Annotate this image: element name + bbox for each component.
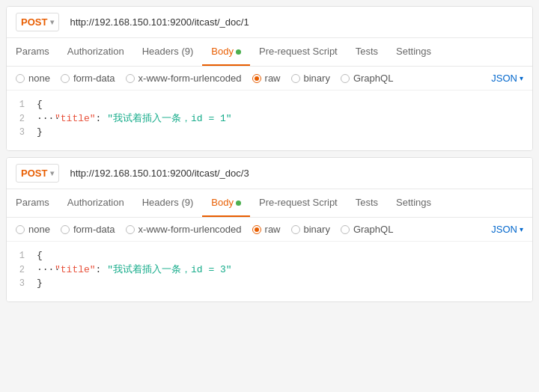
radio-indicator xyxy=(291,74,300,83)
method-selector[interactable]: POST ▾ xyxy=(16,164,59,183)
tab-settings[interactable]: Settings xyxy=(387,38,440,66)
code-line: 2 ····"title": "我试着插入一条，id = 3" xyxy=(7,262,532,277)
code-line: 2 ····"title": "我试着插入一条，id = 1" xyxy=(7,111,532,126)
body-option-GraphQL[interactable]: GraphQL xyxy=(341,224,393,235)
body-option-raw[interactable]: raw xyxy=(252,73,281,84)
line-number: 1 xyxy=(7,251,37,261)
option-label: x-www-form-urlencoded xyxy=(138,73,242,84)
tab-headers-9[interactable]: Headers (9) xyxy=(133,189,203,217)
line-content: ····"title": "我试着插入一条，id = 3" xyxy=(37,263,532,276)
option-label: binary xyxy=(304,73,330,84)
tab-body[interactable]: Body xyxy=(202,189,250,217)
option-label: none xyxy=(28,224,50,235)
request-panel: POST ▾ ParamsAuthorizationHeaders (9)Bod… xyxy=(6,6,533,151)
tabs-bar: ParamsAuthorizationHeaders (9)BodyPre-re… xyxy=(7,189,532,218)
option-label: GraphQL xyxy=(353,73,393,84)
tab-settings[interactable]: Settings xyxy=(387,189,440,217)
radio-indicator xyxy=(61,74,70,83)
body-option-binary[interactable]: binary xyxy=(291,224,330,235)
tab-tests[interactable]: Tests xyxy=(347,189,387,217)
url-input[interactable] xyxy=(65,13,523,31)
json-type-selector[interactable]: JSON ▾ xyxy=(491,73,523,84)
line-number: 3 xyxy=(7,127,37,138)
line-content: } xyxy=(37,126,532,138)
json-chevron-icon: ▾ xyxy=(520,225,523,233)
json-label: JSON xyxy=(491,224,517,235)
tab-params[interactable]: Params xyxy=(16,38,58,66)
body-option-binary[interactable]: binary xyxy=(291,73,330,84)
code-line: 3 } xyxy=(7,277,532,290)
body-option-form-data[interactable]: form-data xyxy=(61,73,115,84)
line-content: } xyxy=(37,278,532,289)
json-label: JSON xyxy=(491,73,517,84)
body-options-bar: none form-data x-www-form-urlencoded raw… xyxy=(7,67,532,91)
tab-body[interactable]: Body xyxy=(202,38,250,66)
option-label: raw xyxy=(265,73,281,84)
radio-indicator xyxy=(16,74,25,83)
radio-indicator xyxy=(252,74,261,83)
line-number: 1 xyxy=(7,99,37,110)
body-active-dot xyxy=(236,49,241,55)
code-editor[interactable]: 1 { 2 ····"title": "我试着插入一条，id = 1" 3 } xyxy=(7,91,532,150)
code-line: 3 } xyxy=(7,126,532,138)
body-active-dot xyxy=(236,200,241,206)
tabs-bar: ParamsAuthorizationHeaders (9)BodyPre-re… xyxy=(7,38,532,67)
radio-indicator xyxy=(291,225,300,234)
tab-authorization[interactable]: Authorization xyxy=(58,189,133,217)
option-label: form-data xyxy=(73,224,115,235)
radio-indicator xyxy=(252,225,261,234)
radio-indicator xyxy=(126,74,135,83)
option-label: form-data xyxy=(73,73,115,84)
body-option-x-www-form-urlencoded[interactable]: x-www-form-urlencoded xyxy=(126,73,242,84)
radio-indicator xyxy=(341,225,350,234)
body-option-form-data[interactable]: form-data xyxy=(61,224,115,235)
code-line: 1 { xyxy=(7,249,532,262)
option-label: none xyxy=(28,73,50,84)
body-option-GraphQL[interactable]: GraphQL xyxy=(341,73,393,84)
line-content: ····"title": "我试着插入一条，id = 1" xyxy=(37,111,532,125)
tab-pre-request-script[interactable]: Pre-request Script xyxy=(250,189,347,217)
tab-headers-9[interactable]: Headers (9) xyxy=(133,38,203,66)
method-chevron-icon: ▾ xyxy=(50,169,54,177)
body-option-none[interactable]: none xyxy=(16,224,50,235)
line-content: { xyxy=(37,99,532,110)
radio-indicator xyxy=(341,74,350,83)
request-panel: POST ▾ ParamsAuthorizationHeaders (9)Bod… xyxy=(6,157,533,302)
body-options-bar: none form-data x-www-form-urlencoded raw… xyxy=(7,218,532,242)
method-chevron-icon: ▾ xyxy=(50,18,54,26)
radio-indicator xyxy=(16,225,25,234)
code-line: 1 { xyxy=(7,98,532,111)
url-bar: POST ▾ xyxy=(7,7,532,38)
code-editor[interactable]: 1 { 2 ····"title": "我试着插入一条，id = 3" 3 } xyxy=(7,242,532,301)
tab-tests[interactable]: Tests xyxy=(347,38,387,66)
line-number: 2 xyxy=(7,114,37,124)
json-type-selector[interactable]: JSON ▾ xyxy=(491,224,523,235)
method-label: POST xyxy=(21,16,47,28)
json-chevron-icon: ▾ xyxy=(520,74,523,82)
body-option-raw[interactable]: raw xyxy=(252,224,281,235)
radio-indicator xyxy=(126,225,135,234)
url-bar: POST ▾ xyxy=(7,158,532,189)
tab-authorization[interactable]: Authorization xyxy=(58,38,133,66)
radio-indicator xyxy=(61,225,70,234)
option-label: GraphQL xyxy=(353,224,393,235)
line-number: 2 xyxy=(7,265,37,275)
line-number: 3 xyxy=(7,278,37,289)
body-option-none[interactable]: none xyxy=(16,73,50,84)
option-label: raw xyxy=(265,224,281,235)
method-label: POST xyxy=(21,168,47,179)
url-input[interactable] xyxy=(65,165,523,182)
line-content: { xyxy=(37,250,532,261)
tab-pre-request-script[interactable]: Pre-request Script xyxy=(250,38,347,66)
option-label: x-www-form-urlencoded xyxy=(138,224,242,235)
method-selector[interactable]: POST ▾ xyxy=(16,13,59,31)
body-option-x-www-form-urlencoded[interactable]: x-www-form-urlencoded xyxy=(126,224,242,235)
tab-params[interactable]: Params xyxy=(16,189,58,217)
option-label: binary xyxy=(304,224,330,235)
